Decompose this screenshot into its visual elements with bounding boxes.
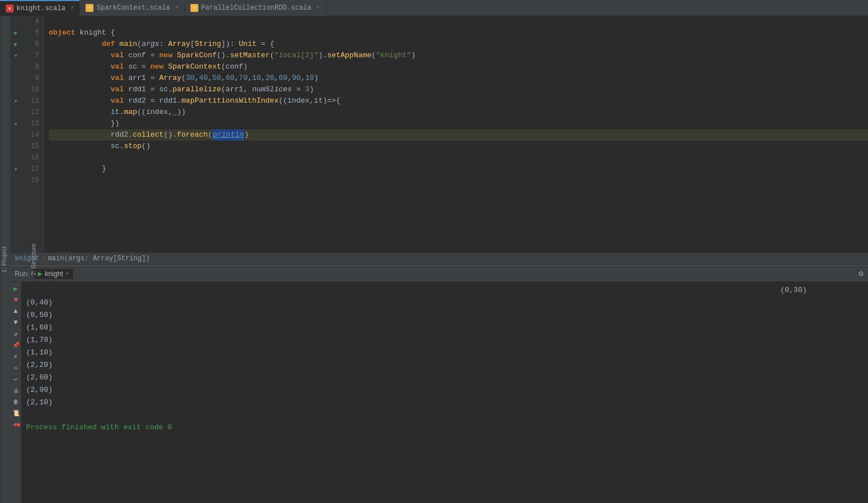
comma3: , xyxy=(221,73,225,84)
line-num-11: 11 xyxy=(22,95,39,107)
tab-parallelcollection[interactable]: ⚡ ParallelCollectionRDD.scala × xyxy=(185,0,326,16)
bracket-close: ]): xyxy=(221,39,239,50)
gutter-fold11[interactable]: ▼ xyxy=(10,95,22,107)
gutter-empty8 xyxy=(10,73,22,84)
comma8: , xyxy=(287,73,292,84)
n40: 40 xyxy=(199,73,208,84)
code-content[interactable]: object knight { def main(args: Array[Str… xyxy=(44,16,868,252)
it-map: it. xyxy=(110,107,124,118)
run-filter-button[interactable]: ≡ xyxy=(11,352,20,361)
n70: 70 xyxy=(239,73,248,84)
gutter-empty16 xyxy=(10,152,22,163)
paren12: () xyxy=(142,141,151,152)
code-line-14: rdd2.collect().foreach(println) xyxy=(49,129,868,141)
func-stop: stop xyxy=(124,141,142,152)
param-numslices: numSlices xyxy=(252,84,292,95)
n3: 3 xyxy=(305,84,310,95)
run-down-button[interactable]: ▼ xyxy=(11,318,20,327)
sidebar-label-1[interactable]: 1: Project xyxy=(1,246,7,272)
var-sc: sc xyxy=(128,61,141,73)
code-line-9: val arr1 = Array(30,40,50,60,70,10,20,60… xyxy=(49,73,868,84)
run-output: (0,30) (0,40) (0,50) (1,60) (1,70) (1,10… xyxy=(22,282,868,503)
code-line-15: sc.stop() xyxy=(49,141,868,152)
output-line-160: (1,60) xyxy=(26,322,863,334)
gutter-fold13[interactable]: ▼ xyxy=(10,118,22,129)
bracket: [ xyxy=(190,39,195,50)
tab-knight-close[interactable]: × xyxy=(70,5,74,11)
line-num-16: 16 xyxy=(22,152,39,163)
eq5: = xyxy=(292,84,305,95)
func-setappname: setAppName xyxy=(327,50,372,61)
run-scroll-button[interactable]: 📜 xyxy=(11,409,20,418)
tab-knight[interactable]: s knight.scala × xyxy=(0,0,80,16)
var-arr1: arr1 xyxy=(128,73,150,84)
tab-parallelcollection-close[interactable]: × xyxy=(317,5,320,11)
paren-open: ( xyxy=(137,39,142,50)
str-local: "local[2]" xyxy=(274,50,318,61)
var-rdd1: rdd1 xyxy=(128,84,150,95)
func-main: main xyxy=(120,39,137,50)
line-num-9: 9 xyxy=(22,73,39,84)
run-stop-button[interactable]: ■ xyxy=(11,295,20,305)
gutter-empty15 xyxy=(10,141,22,152)
n90: 90 xyxy=(292,73,301,84)
paren2: ( xyxy=(270,50,274,61)
gutter-empty12 xyxy=(10,107,22,118)
n30: 30 xyxy=(186,73,195,84)
kw-val5: val xyxy=(110,95,128,107)
class-sparkconf: SparkConf xyxy=(177,50,216,61)
code-line-8: val sc = new SparkContext(conf) xyxy=(49,61,868,73)
sidebar-label-2[interactable]: 2: Structure xyxy=(30,243,37,276)
run-pin2-button[interactable]: 📌 xyxy=(10,419,22,432)
run-import-button[interactable]: ↩ xyxy=(11,375,20,384)
var-rdd2: rdd2 xyxy=(128,95,150,107)
run-wrap-button[interactable]: ⇔ xyxy=(11,363,20,373)
line-num-5: 5 xyxy=(22,27,39,39)
gutter-run-line6[interactable]: ▶ xyxy=(10,39,22,50)
line-num-10: 10 xyxy=(22,84,39,95)
eq6: = rdd1. xyxy=(150,95,181,107)
eq3: = xyxy=(150,73,159,84)
str-knight: "knight" xyxy=(376,50,411,61)
lambda2: ((index,_)) xyxy=(137,107,186,118)
run-pin-button[interactable]: 📌 xyxy=(11,341,20,350)
gutter-run-line5[interactable]: ▶ xyxy=(10,27,22,39)
type-unit: Unit xyxy=(239,39,257,50)
paren8: (arr1, xyxy=(221,84,252,95)
output-line-220: (2,20) xyxy=(26,359,863,371)
run-panel-body: ▶ ■ ▲ ▼ ↺ 📌 ≡ ⇔ ↩ 🖨 🗑 📜 📌 xyxy=(10,282,868,503)
run-tab-close[interactable]: × xyxy=(65,270,69,277)
line-num-8: 8 xyxy=(22,61,39,73)
editor-container: 1: Project 2: Structure ▶ ▶ ▼ ▼ ▼ xyxy=(0,16,868,503)
run-print-button[interactable]: 🖨 xyxy=(11,386,20,395)
gutter-fold6[interactable]: ▼ xyxy=(10,50,22,61)
func-foreach: foreach xyxy=(177,129,208,141)
paren1: (). xyxy=(217,50,230,61)
rdd2-collect: rdd2. xyxy=(110,129,133,141)
lambda1: ((index,it)=>{ xyxy=(279,95,341,107)
class-sparkcontext: SparkContext xyxy=(168,61,222,73)
line-num-18: 18 xyxy=(22,175,39,186)
line-num-7: 7 xyxy=(22,50,39,61)
n10a: 10 xyxy=(252,73,261,84)
output-line-040: (0,40) xyxy=(26,297,863,309)
dot-foreach: (). xyxy=(164,129,177,141)
breadcrumb-method[interactable]: main(args: Array[String]) xyxy=(48,255,150,263)
run-play-button[interactable]: ▶ xyxy=(11,284,20,293)
spark-file-icon: ⚡ xyxy=(86,4,93,12)
run-clear-button[interactable]: 🗑 xyxy=(11,398,20,407)
tab-sparkcontext[interactable]: ⚡ SparkContext.scala × xyxy=(80,0,185,16)
gear-settings-icon[interactable]: ⚙ xyxy=(859,269,863,278)
tab-sparkcontext-close[interactable]: × xyxy=(175,5,178,11)
run-tab-knight[interactable]: ▶ knight × xyxy=(33,269,73,279)
comma2: , xyxy=(208,73,212,84)
run-tab-label: knight xyxy=(45,270,63,278)
run-panel: Run: ▶ knight × ⚙ ▶ ■ ▲ ▼ ↺ 📌 ≡ xyxy=(10,265,868,503)
paren6: ( xyxy=(181,73,186,84)
gutter-fold17[interactable]: ▼ xyxy=(10,163,22,175)
run-rerun-button[interactable]: ↺ xyxy=(11,329,20,339)
output-line-260: (2,60) xyxy=(26,371,863,384)
output-line-290: (2,90) xyxy=(26,384,863,396)
kw-val2: val xyxy=(110,61,128,73)
run-up-button[interactable]: ▲ xyxy=(11,307,20,316)
